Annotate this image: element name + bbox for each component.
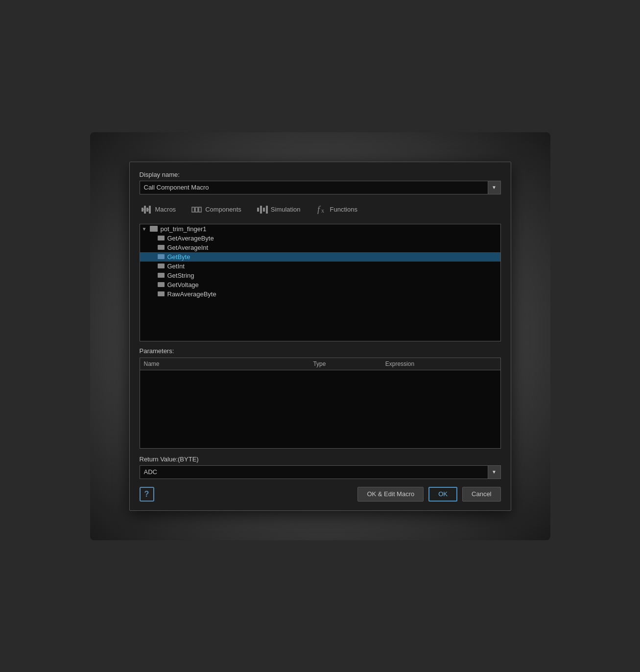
svg-rect-0 xyxy=(142,208,143,212)
macros-icon xyxy=(142,206,152,214)
tree-item-getaverageint[interactable]: GetAverageInt xyxy=(140,243,500,252)
ok-button[interactable]: OK xyxy=(428,487,457,502)
svg-rect-11 xyxy=(257,208,259,212)
svg-rect-8 xyxy=(199,207,201,212)
tab-simulation-label: Simulation xyxy=(271,206,301,213)
macro-icon-getbyte xyxy=(158,254,165,259)
col-type: Type xyxy=(309,358,381,370)
svg-rect-12 xyxy=(260,206,262,214)
return-value-label: Return Value:(BYTE) xyxy=(140,456,501,463)
tree-root[interactable]: ▼ pot_trim_finger1 xyxy=(140,224,500,234)
macro-icon-getstring xyxy=(158,273,165,278)
functions-icon: f x xyxy=(316,205,327,214)
svg-rect-2 xyxy=(146,208,148,212)
macro-icon-getvoltage xyxy=(158,282,165,287)
tree-item-getstring[interactable]: GetString xyxy=(140,271,500,280)
tab-bar: Macros Components xyxy=(140,201,501,218)
tree-item-getaveragebyte[interactable]: GetAverageByte xyxy=(140,234,500,243)
button-row: ? OK & Edit Macro OK Cancel xyxy=(140,487,501,502)
help-button[interactable]: ? xyxy=(140,487,154,502)
ok-edit-macro-button[interactable]: OK & Edit Macro xyxy=(357,487,424,502)
components-icon xyxy=(191,206,202,214)
macro-icon-getaverageint xyxy=(158,245,165,250)
svg-text:f: f xyxy=(317,205,321,214)
main-dialog: Display name: ▼ Macr xyxy=(129,162,511,511)
macro-icon-getint xyxy=(158,264,165,268)
svg-rect-1 xyxy=(144,206,146,214)
svg-rect-3 xyxy=(149,206,151,214)
cancel-button[interactable]: Cancel xyxy=(462,487,500,502)
dialog-shadow: Display name: ▼ Macr xyxy=(90,132,550,540)
return-value-input[interactable] xyxy=(140,465,488,479)
macro-icon-rawaveragebyte xyxy=(158,291,165,296)
tab-simulation[interactable]: Simulation xyxy=(255,205,303,215)
tab-components[interactable]: Components xyxy=(190,205,243,215)
return-value-row: ▼ xyxy=(140,465,501,479)
tab-macros-label: Macros xyxy=(155,206,176,213)
tab-macros[interactable]: Macros xyxy=(140,205,178,215)
svg-rect-7 xyxy=(195,207,198,212)
display-name-input[interactable] xyxy=(140,181,488,194)
tab-functions-label: Functions xyxy=(330,206,357,213)
tree-item-getvoltage[interactable]: GetVoltage xyxy=(140,280,500,289)
tree-toggle-icon: ▼ xyxy=(142,226,148,232)
parameters-body xyxy=(140,370,500,448)
return-value-dropdown-btn[interactable]: ▼ xyxy=(488,465,501,479)
tree-container[interactable]: ▼ pot_trim_finger1 GetAverageByte GetAve… xyxy=(140,224,501,341)
display-name-dropdown-btn[interactable]: ▼ xyxy=(488,181,501,194)
col-expression: Expression xyxy=(381,358,500,370)
svg-rect-13 xyxy=(263,208,265,212)
svg-rect-14 xyxy=(266,206,268,214)
svg-text:x: x xyxy=(321,207,324,214)
folder-icon xyxy=(150,226,158,232)
macro-icon-getaveragebyte xyxy=(158,236,165,240)
parameters-table: Name Type Expression xyxy=(140,358,501,449)
parameters-label: Parameters: xyxy=(140,347,501,355)
tree-item-rawaveragebyte[interactable]: RawAverageByte xyxy=(140,289,500,299)
tree-root-label: pot_trim_finger1 xyxy=(161,225,207,233)
tree-item-getint[interactable]: GetInt xyxy=(140,262,500,271)
tab-functions[interactable]: f x Functions xyxy=(314,204,359,215)
display-name-label: Display name: xyxy=(140,171,501,178)
col-name: Name xyxy=(140,358,309,370)
display-name-row: ▼ xyxy=(140,181,501,194)
svg-rect-6 xyxy=(192,207,194,212)
tab-components-label: Components xyxy=(205,206,241,213)
simulation-icon xyxy=(257,206,268,214)
tree-item-getbyte[interactable]: GetByte xyxy=(140,252,500,262)
